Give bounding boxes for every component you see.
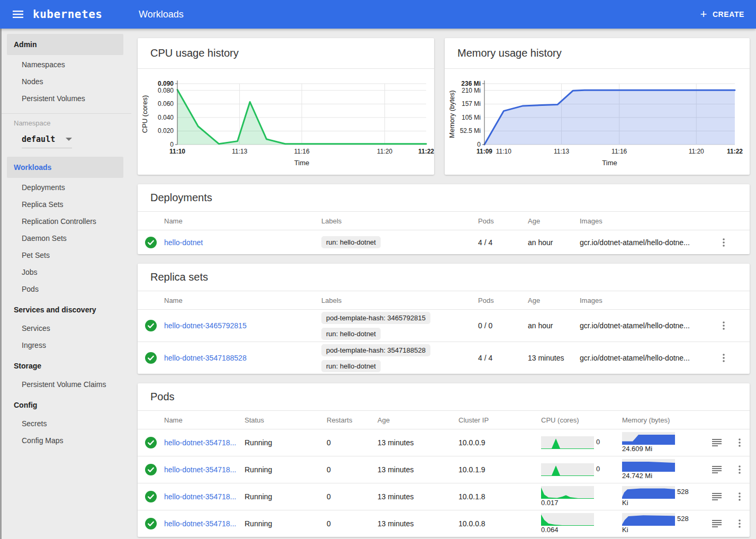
check-circle-icon — [138, 320, 164, 331]
pod-age: 13 minutes — [377, 492, 458, 501]
table-row: hello-dotnet-354718... Running 0 13 minu… — [138, 456, 750, 483]
hamburger-menu-icon[interactable] — [7, 4, 29, 25]
row-menu-icon[interactable] — [733, 463, 746, 476]
deployment-name-link[interactable]: hello-dotnet — [164, 238, 321, 247]
check-circle-icon — [138, 518, 164, 529]
memory-sparkline — [622, 513, 675, 526]
images: gcr.io/dotnet-atamel/hello-dotne... — [580, 321, 717, 330]
svg-text:11:22: 11:22 — [418, 148, 434, 155]
replica-sets-card: Replica sets Name Labels Pods Age Images… — [138, 264, 750, 374]
svg-text:11:09: 11:09 — [476, 148, 492, 155]
table-row: hello-dotnet-354718... Running 0 13 minu… — [138, 429, 750, 456]
svg-text:11:16: 11:16 — [611, 148, 627, 155]
row-menu-icon[interactable] — [733, 436, 746, 449]
svg-text:0.080: 0.080 — [158, 87, 174, 94]
svg-text:11:13: 11:13 — [554, 148, 569, 155]
memory-sparkline — [622, 432, 675, 445]
pod-status: Running — [245, 438, 327, 447]
pod-name-link[interactable]: hello-dotnet-354718... — [164, 465, 245, 474]
sidebar-item-secrets[interactable]: Secrets — [2, 415, 131, 432]
sidebar-item-pods[interactable]: Pods — [2, 281, 131, 298]
replica-sets-title: Replica sets — [138, 264, 750, 291]
age: an hour — [528, 321, 580, 330]
sidebar-item-services[interactable]: Services — [2, 320, 131, 337]
cpu-usage-chart: 00.0200.0400.0600.0800.09011:1011:1311:1… — [138, 69, 434, 175]
deployments-table-header: Name Labels Pods Age Images — [138, 212, 750, 230]
logs-icon[interactable] — [710, 517, 723, 530]
svg-text:0.020: 0.020 — [158, 127, 174, 134]
pod-cluster-ip: 10.0.1.9 — [458, 465, 541, 474]
svg-text:0: 0 — [170, 141, 174, 148]
cpu-value: 0.017 — [541, 499, 559, 507]
sidebar-item-daemon-sets[interactable]: Daemon Sets — [2, 230, 131, 247]
deployments-title: Deployments — [138, 184, 750, 212]
cpu-value: 0 — [596, 438, 600, 446]
sidebar-section-storage: Storage — [2, 356, 131, 376]
namespace-label: Namespace — [2, 119, 131, 127]
svg-text:11:13: 11:13 — [232, 148, 247, 155]
pod-name-link[interactable]: hello-dotnet-354718... — [164, 492, 245, 501]
col-images: Images — [580, 217, 717, 225]
svg-text:11:16: 11:16 — [294, 148, 309, 155]
sidebar-item-replica-sets[interactable]: Replica Sets — [2, 196, 131, 213]
col-age: Age — [377, 416, 458, 424]
replica-set-name-link[interactable]: hello-dotnet-3465792815 — [164, 321, 321, 330]
app-logo[interactable]: kubernetes — [33, 8, 102, 21]
col-cpu: CPU (cores) — [541, 416, 622, 424]
logs-icon[interactable] — [710, 436, 723, 449]
pod-name-link[interactable]: hello-dotnet-354718... — [164, 519, 245, 528]
pods-count: 4 / 4 — [478, 238, 528, 247]
col-images: Images — [580, 297, 717, 304]
sidebar-item-workloads[interactable]: Workloads — [7, 157, 123, 178]
col-pods: Pods — [478, 217, 528, 225]
sidebar-item-replication-controllers[interactable]: Replication Controllers — [2, 213, 131, 230]
namespace-selector[interactable]: default — [22, 134, 72, 148]
row-menu-icon[interactable] — [717, 352, 730, 364]
check-circle-icon — [138, 237, 164, 248]
sidebar-item-persistent-volume-claims[interactable]: Persistent Volume Claims — [2, 376, 131, 393]
svg-text:CPU (cores): CPU (cores) — [141, 95, 149, 133]
images: gcr.io/dotnet-atamel/hello-dotne... — [580, 354, 717, 362]
sidebar-item-persistent-volumes[interactable]: Persistent Volumes — [2, 90, 131, 107]
sidebar-item-deployments[interactable]: Deployments — [2, 179, 131, 196]
sidebar-item-nodes[interactable]: Nodes — [2, 73, 131, 90]
col-name: Name — [164, 416, 245, 424]
logs-icon[interactable] — [710, 463, 723, 476]
pods-title: Pods — [138, 383, 750, 411]
memory-usage-card: Memory usage history 052.5 Mi105 Mi157 M… — [445, 38, 750, 175]
table-row: hello-dotnet-3465792815 pod-template-has… — [138, 309, 750, 342]
check-circle-icon — [138, 464, 164, 475]
row-menu-icon[interactable] — [733, 517, 746, 530]
sidebar-section-services-discovery: Services and discovery — [2, 300, 131, 320]
cpu-sparkline — [541, 436, 594, 449]
sidebar-item-ingress[interactable]: Ingress — [2, 337, 131, 354]
table-row: hello-dotnet-3547188528 pod-template-has… — [138, 342, 750, 374]
create-button[interactable]: + CREATE — [700, 9, 744, 20]
sidebar-item-admin[interactable]: Admin — [7, 34, 123, 55]
row-menu-icon[interactable] — [717, 319, 730, 332]
col-age: Age — [528, 297, 580, 304]
pod-cluster-ip: 10.0.1.8 — [458, 492, 541, 501]
pod-name-link[interactable]: hello-dotnet-354718... — [164, 438, 245, 447]
svg-text:236 Mi: 236 Mi — [461, 80, 481, 87]
pod-status: Running — [245, 465, 327, 474]
svg-text:210 Mi: 210 Mi — [462, 87, 481, 94]
row-menu-icon[interactable] — [733, 490, 746, 503]
row-menu-icon[interactable] — [717, 236, 730, 249]
sidebar-item-config-maps[interactable]: Config Maps — [2, 432, 131, 449]
sidebar-item-jobs[interactable]: Jobs — [2, 264, 131, 281]
svg-text:0.040: 0.040 — [158, 114, 174, 121]
pod-age: 13 minutes — [377, 519, 458, 528]
col-pods: Pods — [478, 297, 528, 304]
memory-chart-title: Memory usage history — [445, 38, 750, 69]
col-labels: Labels — [321, 297, 478, 304]
label-chip: run: hello-dotnet — [321, 236, 381, 248]
pod-restarts: 0 — [327, 519, 377, 528]
logs-icon[interactable] — [710, 490, 723, 503]
sidebar-item-pet-sets[interactable]: Pet Sets — [2, 247, 131, 264]
label-chip: pod-template-hash: 3547188528 — [321, 344, 430, 356]
replica-set-name-link[interactable]: hello-dotnet-3547188528 — [164, 354, 321, 362]
check-circle-icon — [138, 352, 164, 364]
age: an hour — [528, 238, 580, 247]
sidebar-item-namespaces[interactable]: Namespaces — [2, 56, 131, 73]
